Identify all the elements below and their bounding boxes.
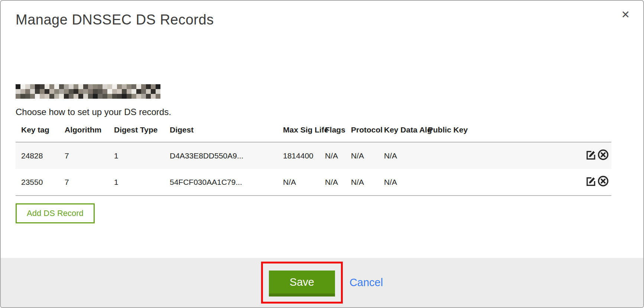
cell-key-data-alg: N/A xyxy=(378,142,422,169)
cell-flags: N/A xyxy=(319,169,345,196)
col-header-actions xyxy=(576,122,611,142)
cell-flags: N/A xyxy=(319,142,345,169)
col-header-max-sig-life: Max Sig Life xyxy=(277,122,319,142)
modal-body: Choose how to set up your DS records. Ke… xyxy=(1,28,643,258)
cell-key-tag: 23550 xyxy=(16,169,59,196)
ds-records-table: Key tag Algorithm Digest Type Digest Max… xyxy=(16,122,611,196)
cell-protocol: N/A xyxy=(345,142,378,169)
row-actions xyxy=(576,169,611,196)
cell-key-data-alg: N/A xyxy=(378,169,422,196)
cell-digest: D4A33E8DD550A9... xyxy=(164,142,277,169)
col-header-protocol: Protocol xyxy=(345,122,378,142)
col-header-public-key: Public Key xyxy=(422,122,576,142)
cell-max-sig-life: 1814400 xyxy=(277,142,319,169)
cell-key-tag: 24828 xyxy=(16,142,59,169)
add-ds-record-button[interactable]: Add DS Record xyxy=(16,203,95,223)
annotation-highlight-box: Save xyxy=(261,262,343,304)
col-header-key-tag: Key tag xyxy=(16,122,59,142)
modal-header: Manage DNSSEC DS Records ✕ xyxy=(1,1,643,28)
cell-digest-type: 1 xyxy=(108,142,164,169)
manage-dnssec-modal: Manage DNSSEC DS Records ✕ Choose how to… xyxy=(0,0,644,308)
table-row: 23550 7 1 54FCF030AA1C79... N/A N/A N/A … xyxy=(16,169,611,196)
redacted-domain-name xyxy=(16,84,160,99)
edit-record-icon[interactable] xyxy=(585,149,596,162)
edit-record-icon[interactable] xyxy=(585,176,596,189)
col-header-digest-type: Digest Type xyxy=(108,122,164,142)
row-actions xyxy=(576,142,611,169)
cell-max-sig-life: N/A xyxy=(277,169,319,196)
cell-public-key xyxy=(422,169,576,196)
instruction-text: Choose how to set up your DS records. xyxy=(16,107,628,117)
delete-record-icon[interactable] xyxy=(597,175,609,189)
col-header-algorithm: Algorithm xyxy=(59,122,108,142)
page-title: Manage DNSSEC DS Records xyxy=(16,12,628,28)
cell-algorithm: 7 xyxy=(59,169,108,196)
cell-public-key xyxy=(422,142,576,169)
cell-protocol: N/A xyxy=(345,169,378,196)
table-header-row: Key tag Algorithm Digest Type Digest Max… xyxy=(16,122,611,142)
delete-record-icon[interactable] xyxy=(597,149,609,163)
col-header-digest: Digest xyxy=(164,122,277,142)
cell-digest: 54FCF030AA1C79... xyxy=(164,169,277,196)
cell-digest-type: 1 xyxy=(108,169,164,196)
cancel-link[interactable]: Cancel xyxy=(349,276,383,289)
cell-algorithm: 7 xyxy=(59,142,108,169)
col-header-key-data-alg: Key Data Alg xyxy=(378,122,422,142)
close-icon[interactable]: ✕ xyxy=(621,10,630,20)
save-button[interactable]: Save xyxy=(269,271,335,296)
modal-footer: Save Cancel xyxy=(1,258,643,307)
table-row: 24828 7 1 D4A33E8DD550A9... 1814400 N/A … xyxy=(16,142,611,169)
